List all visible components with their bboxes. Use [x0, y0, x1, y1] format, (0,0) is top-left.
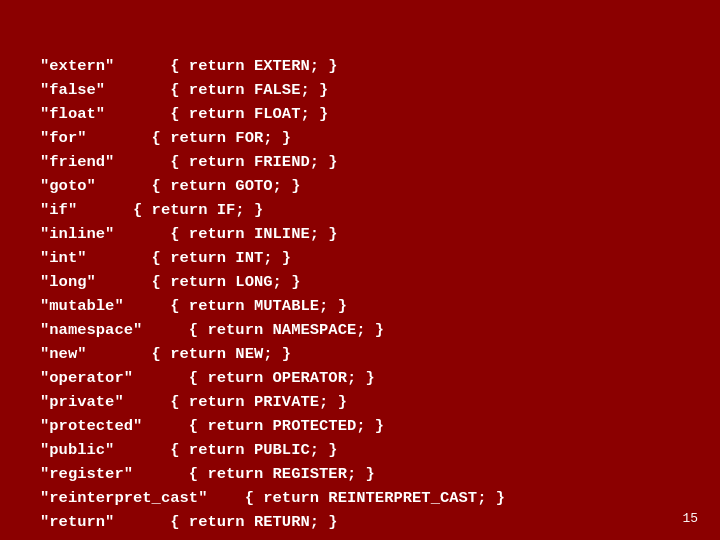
code-line-5: "friend" { return FRIEND; }	[40, 153, 338, 171]
code-line-7: "if" { return IF; }	[40, 201, 263, 219]
code-line-9: "int" { return INT; }	[40, 249, 291, 267]
code-line-4: "for" { return FOR; }	[40, 129, 291, 147]
code-line-8: "inline" { return INLINE; }	[40, 225, 338, 243]
page-number: 15	[682, 511, 698, 526]
code-line-15: "private" { return PRIVATE; }	[40, 393, 347, 411]
code-line-14: "operator" { return OPERATOR; }	[40, 369, 375, 387]
code-line-17: "public" { return PUBLIC; }	[40, 441, 338, 459]
code-line-11: "mutable" { return MUTABLE; }	[40, 297, 347, 315]
code-line-1: "extern" { return EXTERN; }	[40, 57, 338, 75]
code-line-2: "false" { return FALSE; }	[40, 81, 328, 99]
slide: "extern" { return EXTERN; } "false" { re…	[0, 0, 720, 540]
code-line-13: "new" { return NEW; }	[40, 345, 291, 363]
code-line-6: "goto" { return GOTO; }	[40, 177, 300, 195]
code-line-16: "protected" { return PROTECTED; }	[40, 417, 384, 435]
code-line-10: "long" { return LONG; }	[40, 273, 300, 291]
code-block: "extern" { return EXTERN; } "false" { re…	[40, 30, 680, 540]
code-line-18: "register" { return REGISTER; }	[40, 465, 375, 483]
code-line-12: "namespace" { return NAMESPACE; }	[40, 321, 384, 339]
code-line-3: "float" { return FLOAT; }	[40, 105, 328, 123]
code-line-19: "reinterpret_cast" { return REINTERPRET_…	[40, 489, 505, 507]
code-line-20: "return" { return RETURN; }	[40, 513, 338, 531]
